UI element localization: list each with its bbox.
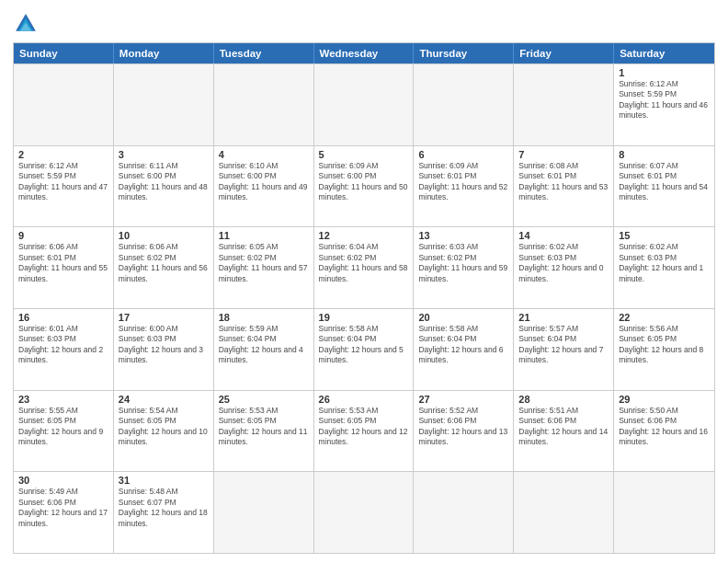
cal-cell: 3Sunrise: 6:11 AM Sunset: 6:00 PM Daylig… <box>114 146 214 227</box>
day-info: Sunrise: 5:49 AM Sunset: 6:06 PM Dayligh… <box>18 487 108 529</box>
header <box>13 11 715 37</box>
day-number: 11 <box>219 230 309 241</box>
cal-cell: 30Sunrise: 5:49 AM Sunset: 6:06 PM Dayli… <box>14 472 114 553</box>
cal-cell: 19Sunrise: 5:58 AM Sunset: 6:04 PM Dayli… <box>314 309 415 390</box>
day-info: Sunrise: 6:04 AM Sunset: 6:02 PM Dayligh… <box>319 242 409 284</box>
day-info: Sunrise: 5:58 AM Sunset: 6:04 PM Dayligh… <box>319 324 409 366</box>
cal-row-1: 2Sunrise: 6:12 AM Sunset: 5:59 PM Daylig… <box>14 145 714 227</box>
cal-cell: 24Sunrise: 5:54 AM Sunset: 6:05 PM Dayli… <box>114 391 214 472</box>
day-info: Sunrise: 5:54 AM Sunset: 6:05 PM Dayligh… <box>119 406 209 448</box>
day-info: Sunrise: 6:12 AM Sunset: 5:59 PM Dayligh… <box>619 79 710 121</box>
day-number: 25 <box>219 394 309 405</box>
cal-row-5: 30Sunrise: 5:49 AM Sunset: 6:06 PM Dayli… <box>14 471 714 553</box>
day-info: Sunrise: 6:08 AM Sunset: 6:01 PM Dayligh… <box>518 161 609 203</box>
cal-cell: 5Sunrise: 6:09 AM Sunset: 6:00 PM Daylig… <box>314 146 415 227</box>
cal-header-tuesday: Tuesday <box>214 43 314 63</box>
cal-header-saturday: Saturday <box>614 43 714 63</box>
day-info: Sunrise: 5:48 AM Sunset: 6:07 PM Dayligh… <box>119 487 209 529</box>
day-info: Sunrise: 6:01 AM Sunset: 6:03 PM Dayligh… <box>18 324 108 366</box>
day-info: Sunrise: 5:55 AM Sunset: 6:05 PM Dayligh… <box>18 406 108 448</box>
day-number: 4 <box>219 149 309 160</box>
cal-cell <box>14 64 114 145</box>
day-number: 8 <box>619 149 710 160</box>
cal-cell: 26Sunrise: 5:53 AM Sunset: 6:05 PM Dayli… <box>314 391 415 472</box>
cal-cell <box>314 472 415 553</box>
cal-cell: 17Sunrise: 6:00 AM Sunset: 6:03 PM Dayli… <box>114 309 214 390</box>
day-number: 29 <box>619 394 710 405</box>
cal-cell <box>214 64 314 145</box>
day-info: Sunrise: 5:53 AM Sunset: 6:05 PM Dayligh… <box>319 406 409 448</box>
cal-cell: 9Sunrise: 6:06 AM Sunset: 6:01 PM Daylig… <box>14 227 114 308</box>
cal-header-wednesday: Wednesday <box>314 43 415 63</box>
day-info: Sunrise: 6:12 AM Sunset: 5:59 PM Dayligh… <box>18 161 108 203</box>
day-info: Sunrise: 6:06 AM Sunset: 6:02 PM Dayligh… <box>119 242 209 284</box>
cal-cell: 10Sunrise: 6:06 AM Sunset: 6:02 PM Dayli… <box>114 227 214 308</box>
cal-cell: 15Sunrise: 6:02 AM Sunset: 6:03 PM Dayli… <box>614 227 714 308</box>
day-number: 3 <box>119 149 209 160</box>
page: SundayMondayTuesdayWednesdayThursdayFrid… <box>0 0 728 563</box>
logo <box>13 11 42 37</box>
day-info: Sunrise: 5:51 AM Sunset: 6:06 PM Dayligh… <box>518 406 609 448</box>
cal-cell: 8Sunrise: 6:07 AM Sunset: 6:01 PM Daylig… <box>614 146 714 227</box>
cal-cell: 21Sunrise: 5:57 AM Sunset: 6:04 PM Dayli… <box>514 309 614 390</box>
cal-cell: 22Sunrise: 5:56 AM Sunset: 6:05 PM Dayli… <box>614 309 714 390</box>
day-info: Sunrise: 6:06 AM Sunset: 6:01 PM Dayligh… <box>18 242 108 284</box>
day-number: 2 <box>18 149 108 160</box>
cal-cell: 6Sunrise: 6:09 AM Sunset: 6:01 PM Daylig… <box>414 146 514 227</box>
cal-cell: 7Sunrise: 6:08 AM Sunset: 6:01 PM Daylig… <box>514 146 614 227</box>
day-number: 9 <box>18 230 108 241</box>
day-number: 6 <box>418 149 508 160</box>
day-info: Sunrise: 5:58 AM Sunset: 6:04 PM Dayligh… <box>418 324 508 366</box>
cal-cell <box>414 64 514 145</box>
cal-cell: 2Sunrise: 6:12 AM Sunset: 5:59 PM Daylig… <box>14 146 114 227</box>
day-info: Sunrise: 5:52 AM Sunset: 6:06 PM Dayligh… <box>418 406 508 448</box>
day-number: 12 <box>319 230 409 241</box>
day-number: 24 <box>119 394 209 405</box>
day-number: 26 <box>319 394 409 405</box>
cal-cell: 12Sunrise: 6:04 AM Sunset: 6:02 PM Dayli… <box>314 227 415 308</box>
day-info: Sunrise: 6:10 AM Sunset: 6:00 PM Dayligh… <box>219 161 309 203</box>
cal-row-2: 9Sunrise: 6:06 AM Sunset: 6:01 PM Daylig… <box>14 226 714 308</box>
day-number: 5 <box>319 149 409 160</box>
day-number: 17 <box>119 312 209 323</box>
day-number: 14 <box>518 230 609 241</box>
cal-cell: 13Sunrise: 6:03 AM Sunset: 6:02 PM Dayli… <box>414 227 514 308</box>
cal-cell: 11Sunrise: 6:05 AM Sunset: 6:02 PM Dayli… <box>214 227 314 308</box>
day-number: 30 <box>18 475 108 486</box>
day-number: 27 <box>418 394 508 405</box>
day-info: Sunrise: 6:03 AM Sunset: 6:02 PM Dayligh… <box>418 242 508 284</box>
day-number: 31 <box>119 475 209 486</box>
day-number: 16 <box>18 312 108 323</box>
day-number: 20 <box>418 312 508 323</box>
day-info: Sunrise: 6:02 AM Sunset: 6:03 PM Dayligh… <box>619 242 710 284</box>
day-info: Sunrise: 5:50 AM Sunset: 6:06 PM Dayligh… <box>619 406 710 448</box>
cal-cell: 28Sunrise: 5:51 AM Sunset: 6:06 PM Dayli… <box>514 391 614 472</box>
day-number: 21 <box>518 312 609 323</box>
day-info: Sunrise: 6:05 AM Sunset: 6:02 PM Dayligh… <box>219 242 309 284</box>
day-number: 22 <box>619 312 710 323</box>
day-info: Sunrise: 5:57 AM Sunset: 6:04 PM Dayligh… <box>518 324 609 366</box>
day-info: Sunrise: 6:00 AM Sunset: 6:03 PM Dayligh… <box>119 324 209 366</box>
day-info: Sunrise: 5:53 AM Sunset: 6:05 PM Dayligh… <box>219 406 309 448</box>
logo-icon <box>13 11 39 37</box>
cal-cell <box>214 472 314 553</box>
cal-row-4: 23Sunrise: 5:55 AM Sunset: 6:05 PM Dayli… <box>14 390 714 472</box>
cal-header-friday: Friday <box>514 43 614 63</box>
day-info: Sunrise: 6:02 AM Sunset: 6:03 PM Dayligh… <box>518 242 609 284</box>
cal-cell: 31Sunrise: 5:48 AM Sunset: 6:07 PM Dayli… <box>114 472 214 553</box>
cal-cell: 20Sunrise: 5:58 AM Sunset: 6:04 PM Dayli… <box>414 309 514 390</box>
cal-cell: 16Sunrise: 6:01 AM Sunset: 6:03 PM Dayli… <box>14 309 114 390</box>
calendar-body: 1Sunrise: 6:12 AM Sunset: 5:59 PM Daylig… <box>14 63 714 553</box>
cal-cell: 4Sunrise: 6:10 AM Sunset: 6:00 PM Daylig… <box>214 146 314 227</box>
cal-cell <box>114 64 214 145</box>
calendar: SundayMondayTuesdayWednesdayThursdayFrid… <box>13 42 715 554</box>
cal-cell: 18Sunrise: 5:59 AM Sunset: 6:04 PM Dayli… <box>214 309 314 390</box>
cal-row-0: 1Sunrise: 6:12 AM Sunset: 5:59 PM Daylig… <box>14 63 714 145</box>
cal-cell <box>514 64 614 145</box>
cal-cell: 14Sunrise: 6:02 AM Sunset: 6:03 PM Dayli… <box>514 227 614 308</box>
cal-cell: 29Sunrise: 5:50 AM Sunset: 6:06 PM Dayli… <box>614 391 714 472</box>
cal-cell <box>514 472 614 553</box>
cal-header-thursday: Thursday <box>414 43 514 63</box>
day-number: 15 <box>619 230 710 241</box>
cal-cell: 25Sunrise: 5:53 AM Sunset: 6:05 PM Dayli… <box>214 391 314 472</box>
